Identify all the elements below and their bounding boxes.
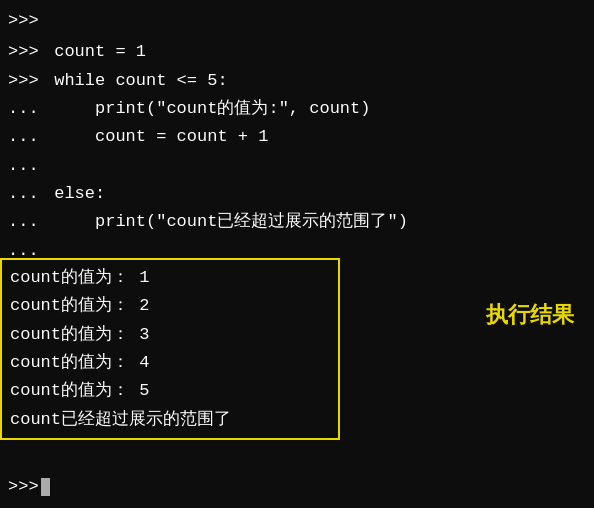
code-line-7: ... print("count已经超过展示的范围了") [0,208,594,236]
result-label: 执行结果 [486,300,574,330]
output-line-3: count的值为： 3 [2,321,338,349]
top-arrow-line: >>> [0,8,594,34]
prompt-5: ... [0,153,40,179]
output-line-6: count已经超过展示的范围了 [2,406,338,434]
prompt-4: ... [0,124,40,150]
code-section: >>> count = 1 >>> while count <= 5: ... … [0,34,594,269]
code-line-1: >>> count = 1 [0,38,594,66]
output-box: count的值为： 1 count的值为： 2 count的值为： 3 coun… [0,258,340,440]
cursor [41,478,50,496]
code-line-5: ... [0,152,594,180]
code-text-3: print("count的值为:", count) [40,96,370,122]
code-text-2: while count <= 5: [40,68,228,94]
terminal: >>> >>> count = 1 >>> while count <= 5: … [0,0,594,508]
code-line-6: ... else: [0,180,594,208]
last-prompt-text: >>> [8,474,39,500]
prompt-1: >>> [0,39,40,65]
prompt-7: ... [0,209,40,235]
output-line-5: count的值为： 5 [2,377,338,405]
last-prompt-line: >>> [0,474,50,500]
output-line-1: count的值为： 1 [2,264,338,292]
code-text-4: count = count + 1 [40,124,268,150]
prompt-2: >>> [0,68,40,94]
code-line-2: >>> while count <= 5: [0,67,594,95]
top-arrow-text: >>> [8,11,39,30]
prompt-3: ... [0,96,40,122]
code-line-3: ... print("count的值为:", count) [0,95,594,123]
code-text-1: count = 1 [40,39,146,65]
output-line-2: count的值为： 2 [2,292,338,320]
output-line-4: count的值为： 4 [2,349,338,377]
code-text-7: print("count已经超过展示的范围了") [40,209,408,235]
code-line-4: ... count = count + 1 [0,123,594,151]
prompt-6: ... [0,181,40,207]
code-text-6: else: [40,181,105,207]
